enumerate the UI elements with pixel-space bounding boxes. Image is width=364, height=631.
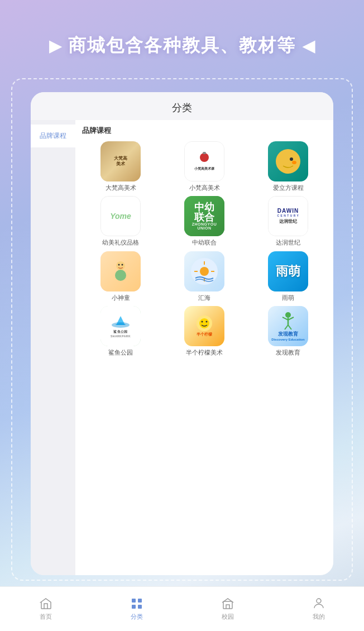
brand-item-yumeng[interactable]: 雨萌 雨萌: [247, 251, 329, 302]
brand-logo-yumeng: 雨萌: [268, 251, 308, 291]
brand-name-youmei: 幼美礼仪品格: [102, 238, 139, 246]
svg-point-34: [317, 599, 321, 603]
brand-logo-zhongyou: 中幼 联合 ZHONGYOU UNION: [184, 196, 224, 236]
svg-text:半个柠檬: 半个柠檬: [197, 332, 213, 336]
nav-item-mine[interactable]: 我的: [303, 592, 334, 625]
svg-point-19: [199, 318, 209, 328]
brand-name-ailifang: 爱立方课程: [273, 184, 304, 192]
svg-point-7: [116, 261, 125, 270]
brand-name-xiaoshentong: 小神童: [112, 294, 130, 302]
brand-name-zhongyou: 中幼联合: [192, 238, 217, 246]
svg-line-28: [288, 325, 291, 329]
brand-name-faxian: 发现教育: [276, 348, 300, 356]
brand-item-youmei[interactable]: Yome 幼美礼仪品格: [80, 196, 161, 246]
brand-item-faxian[interactable]: 发现教育 Discovery Education 发现教育: [247, 306, 329, 356]
brand-item-banlemon[interactable]: 半个柠檬 半个柠檬美术: [164, 306, 245, 356]
svg-point-1: [200, 153, 209, 162]
brand-item-huihai[interactable]: 汇海: [164, 251, 245, 302]
bottom-navigation: 首页 分类 校园 我的: [0, 586, 364, 631]
svg-point-12: [200, 267, 209, 276]
sidebar-item-brand-course[interactable]: 品牌课程: [31, 125, 75, 147]
section-title: 品牌课程: [80, 126, 329, 136]
campus-icon: [221, 597, 234, 610]
svg-rect-32: [138, 605, 142, 609]
brand-logo-ailifang: [268, 141, 308, 181]
brand-logo-sharkpark: 鲨鱼公园 SHARKPARK: [100, 306, 141, 346]
nav-item-campus[interactable]: 校园: [212, 592, 243, 625]
svg-point-8: [115, 270, 126, 281]
arrow-left-icon: ▶: [49, 37, 61, 55]
brand-logo-huihai: [184, 251, 224, 291]
brand-name-dafan: 大梵高美术: [106, 184, 136, 192]
brand-logo-banlemon: 半个柠檬: [184, 306, 224, 346]
brand-name-yumeng: 雨萌: [282, 294, 294, 302]
svg-point-20: [202, 321, 203, 322]
nav-item-category[interactable]: 分类: [121, 592, 152, 625]
svg-text:小梵高美术课: 小梵高美术课: [194, 166, 215, 170]
content-area: 品牌课程 大梵高美术 大梵高美术: [75, 120, 333, 575]
svg-point-10: [122, 264, 123, 265]
svg-point-6: [292, 161, 296, 164]
brand-item-darun[interactable]: DAWIN C E N T U R Y 达润世纪 达润世纪: [247, 196, 329, 246]
category-icon: [130, 597, 143, 610]
svg-point-9: [118, 264, 120, 265]
nav-label-campus: 校园: [222, 613, 234, 621]
arrow-right-icon: ◀: [303, 37, 315, 55]
card-body: 品牌课程 品牌课程 大梵高美术 大梵高美术: [31, 120, 333, 575]
brand-name-huihai: 汇海: [198, 294, 210, 302]
svg-point-5: [290, 157, 293, 161]
brand-logo-faxian: 发现教育 Discovery Education: [268, 306, 308, 346]
brand-item-dafan[interactable]: 大梵高美术 大梵高美术: [80, 141, 161, 192]
nav-item-home[interactable]: 首页: [30, 592, 61, 625]
brand-logo-darun: DAWIN C E N T U R Y 达润世纪: [268, 196, 308, 236]
nav-label-mine: 我的: [313, 613, 325, 621]
brand-name-darun: 达润世纪: [276, 238, 300, 246]
brand-name-sharkpark: 鲨鱼公园: [108, 348, 133, 356]
card-title: 分类: [31, 92, 333, 120]
brand-name-banlemon: 半个柠檬美术: [186, 348, 223, 356]
nav-label-home: 首页: [40, 613, 52, 621]
brand-grid: 大梵高美术 大梵高美术 小梵高: [80, 141, 329, 356]
svg-point-17: [112, 322, 130, 328]
mine-icon: [312, 597, 325, 610]
svg-point-23: [285, 312, 291, 318]
brand-logo-xiaoshentong: [100, 251, 141, 291]
brand-item-sharkpark[interactable]: 鲨鱼公园 SHARKPARK 鲨鱼公园: [80, 306, 161, 356]
sidebar: 品牌课程: [31, 120, 75, 575]
home-icon: [39, 597, 52, 610]
brand-item-ailifang[interactable]: 爱立方课程: [247, 141, 329, 192]
nav-label-category: 分类: [131, 613, 143, 621]
main-card: 分类 品牌课程 品牌课程 大梵高美术 大梵高美术: [31, 92, 333, 575]
brand-logo-dafan: 大梵高美术: [100, 141, 141, 181]
svg-rect-29: [132, 599, 136, 603]
svg-point-21: [206, 321, 208, 322]
brand-logo-xiaofan: 小梵高美术课: [184, 141, 224, 181]
brand-item-xiaofan[interactable]: 小梵高美术课 小梵高美术: [164, 141, 245, 192]
header-title: 商城包含各种教具、教材等: [68, 34, 296, 58]
brand-item-xiaoshentong[interactable]: 小神童: [80, 251, 161, 302]
brand-item-zhongyou[interactable]: 中幼 联合 ZHONGYOU UNION 中幼联合: [164, 196, 245, 246]
svg-point-4: [276, 149, 300, 174]
brand-name-xiaofan: 小梵高美术: [189, 184, 220, 192]
svg-rect-2: [203, 152, 206, 154]
svg-rect-31: [132, 605, 136, 609]
header-banner: ▶ 商城包含各种教具、教材等 ◀: [0, 34, 364, 58]
svg-rect-30: [138, 599, 142, 603]
svg-line-27: [285, 325, 288, 329]
brand-logo-youmei: Yome: [100, 196, 141, 236]
